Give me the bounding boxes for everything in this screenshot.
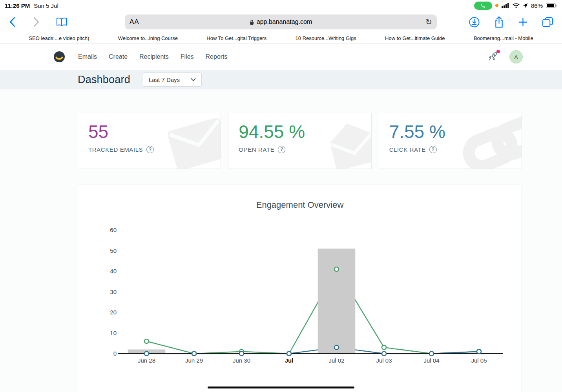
active-call-pill[interactable] xyxy=(474,2,492,10)
avatar[interactable]: A xyxy=(509,50,523,64)
svg-text:Jun 28: Jun 28 xyxy=(138,357,155,364)
wifi-icon xyxy=(513,3,520,8)
favorite-bookmark[interactable]: Boomerang...mail - Mobile xyxy=(474,35,533,41)
svg-text:10: 10 xyxy=(110,330,117,336)
svg-text:40: 40 xyxy=(110,268,117,274)
battery-icon xyxy=(546,3,556,8)
app-navbar: Emails Create Recipients Files Reports A xyxy=(0,44,562,70)
stat-value: 7.55 % xyxy=(389,122,522,142)
svg-text:20: 20 xyxy=(110,309,117,316)
stat-card-click-rate: 7.55 % CLICK RATE ? xyxy=(379,113,522,169)
status-bar: 11:26 PM Sun 5 Jul 86% xyxy=(0,0,562,11)
nav-links: Emails Create Recipients Files Reports xyxy=(78,53,228,60)
svg-text:Jul 04: Jul 04 xyxy=(423,357,439,364)
favorite-bookmark[interactable]: Welcome to...ining Course xyxy=(118,35,178,41)
nav-item-create[interactable]: Create xyxy=(109,53,128,60)
download-icon xyxy=(469,16,480,28)
forward-button[interactable] xyxy=(32,16,40,27)
whats-new-button[interactable] xyxy=(487,51,498,62)
home-indicator[interactable] xyxy=(208,387,354,388)
stat-card-tracked-emails: 55 TRACKED EMAILS ? xyxy=(78,113,221,169)
lock-icon xyxy=(250,19,254,25)
favorite-bookmark[interactable]: SEO leads:...e video pitch) xyxy=(29,35,89,41)
cellular-signal-icon xyxy=(502,3,509,8)
book-icon xyxy=(56,17,68,27)
battery-nub xyxy=(557,5,557,7)
avatar-initial: A xyxy=(514,54,518,60)
svg-text:Jul 05: Jul 05 xyxy=(471,357,487,364)
stat-value: 55 xyxy=(88,122,221,142)
dashboard-header: Dashboard Last 7 Days xyxy=(0,70,562,89)
url-text: app.bananatag.com xyxy=(257,18,312,25)
chart-title: Engagement Overview xyxy=(78,199,522,211)
stat-label: CLICK RATE xyxy=(389,146,426,153)
date-range-select[interactable]: Last 7 Days xyxy=(143,73,202,87)
brand-logo-icon xyxy=(53,51,65,63)
engagement-chart: 0102030405060Jun 28Jun 29Jun 30JulJul 02… xyxy=(78,219,522,376)
stat-value: 94.55 % xyxy=(239,122,371,142)
reader-view-button[interactable]: AA xyxy=(130,18,139,26)
nav-item-emails[interactable]: Emails xyxy=(78,53,97,60)
favorites-bar: SEO leads:...e video pitch) Welcome to..… xyxy=(0,33,562,44)
nav-item-recipients[interactable]: Recipients xyxy=(139,53,169,60)
svg-text:Jul: Jul xyxy=(285,357,294,364)
status-date: Sun 5 Jul xyxy=(34,2,58,9)
reload-button[interactable]: ↻ xyxy=(425,18,432,26)
safari-toolbar: AA app.bananatag.com ↻ xyxy=(0,11,562,33)
date-range-value: Last 7 Days xyxy=(149,76,180,83)
engagement-overview-card: Engagement Overview 0102030405060Jun 28J… xyxy=(78,185,522,392)
stat-label: TRACKED EMAILS xyxy=(88,146,143,153)
stat-card-open-rate: 94.55 % OPEN RATE ? xyxy=(228,113,371,169)
new-tab-button[interactable] xyxy=(518,17,528,27)
status-time: 11:26 PM xyxy=(5,2,30,9)
ipad-screen: 11:26 PM Sun 5 Jul 86% xyxy=(0,0,562,392)
bookmarks-button[interactable] xyxy=(56,17,68,27)
favorite-bookmark[interactable]: How To Get...gital Triggers xyxy=(206,35,266,41)
battery-percent: 86% xyxy=(531,2,543,9)
chevron-down-icon xyxy=(191,78,196,82)
rocket-icon xyxy=(487,51,498,62)
chevron-right-icon xyxy=(32,16,40,27)
share-button[interactable] xyxy=(494,16,504,28)
stat-label: OPEN RATE xyxy=(239,146,274,153)
page-title: Dashboard xyxy=(78,74,130,86)
favorite-bookmark[interactable]: 10 Resource...Writing Gigs xyxy=(296,35,356,41)
plus-icon xyxy=(518,17,528,27)
favorite-bookmark[interactable]: How to Get...ltimate Guide xyxy=(385,35,445,41)
svg-text:50: 50 xyxy=(110,247,117,254)
tabs-icon xyxy=(542,17,553,27)
phone-icon xyxy=(480,3,485,8)
share-icon xyxy=(494,16,504,28)
location-arrow-icon xyxy=(523,3,528,8)
mic-indicator-icon xyxy=(495,4,498,7)
svg-text:Jun 30: Jun 30 xyxy=(233,357,250,364)
svg-text:Jun 29: Jun 29 xyxy=(185,357,203,364)
downloads-button[interactable] xyxy=(469,16,480,28)
chevron-left-icon xyxy=(9,16,16,27)
help-icon[interactable]: ? xyxy=(429,146,437,153)
nav-item-reports[interactable]: Reports xyxy=(206,53,228,60)
svg-text:60: 60 xyxy=(110,227,117,233)
svg-text:Jul 03: Jul 03 xyxy=(376,357,392,364)
address-bar[interactable]: AA app.bananatag.com ↻ xyxy=(125,15,437,29)
svg-text:Jul 02: Jul 02 xyxy=(328,357,344,364)
help-icon[interactable]: ? xyxy=(278,146,285,153)
help-icon[interactable]: ? xyxy=(146,146,154,153)
bananatag-logo[interactable] xyxy=(53,51,65,63)
dashboard-content: 55 TRACKED EMAILS ? 94.55 % OPEN RATE ? xyxy=(0,89,562,392)
nav-item-files[interactable]: Files xyxy=(181,53,194,60)
back-button[interactable] xyxy=(9,16,16,27)
notification-dot xyxy=(496,50,500,53)
tabs-button[interactable] xyxy=(542,17,553,27)
svg-text:30: 30 xyxy=(110,289,117,295)
stat-cards: 55 TRACKED EMAILS ? 94.55 % OPEN RATE ? xyxy=(78,113,522,169)
svg-text:0: 0 xyxy=(113,350,117,357)
